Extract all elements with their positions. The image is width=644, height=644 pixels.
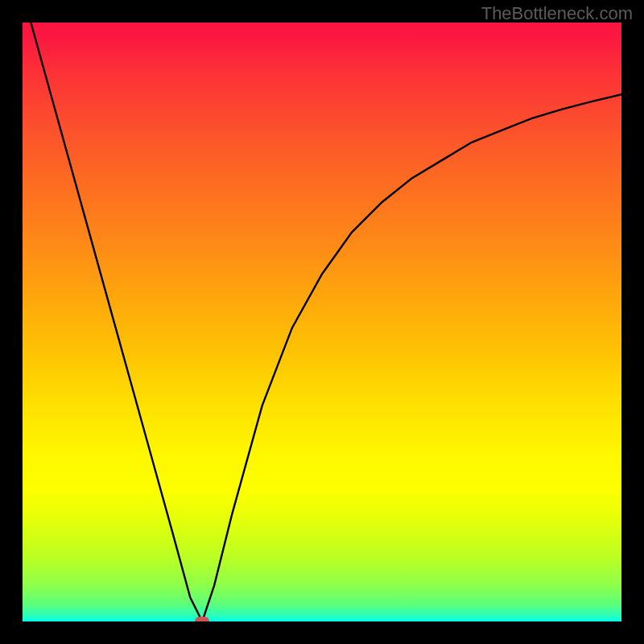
watermark-text: TheBottleneck.com (481, 3, 633, 24)
bottleneck-curve (23, 23, 621, 621)
plot-area (23, 23, 621, 621)
optimal-point-marker (195, 617, 209, 621)
